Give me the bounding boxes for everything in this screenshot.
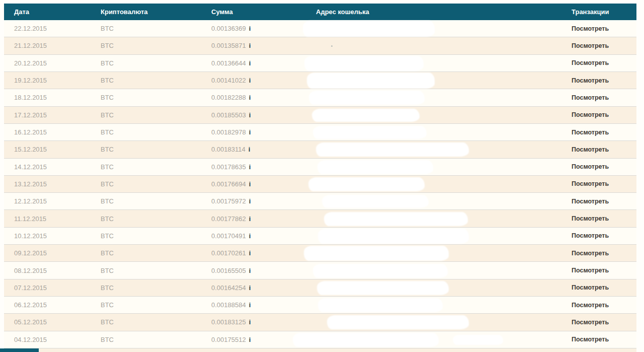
redacted-address-blob — [303, 21, 435, 37]
redacted-address-blob — [309, 91, 425, 105]
redacted-address-blob — [318, 298, 443, 312]
date-cell: 15.12.2015 — [4, 141, 91, 158]
amount-cell: 0.00165505i — [201, 262, 306, 278]
date-cell: 17.12.2015 — [4, 107, 91, 123]
view-transactions-link[interactable]: Посмотреть — [572, 284, 609, 291]
amount-cell: 0.00176694i — [201, 176, 306, 192]
view-transactions-link[interactable]: Посмотреть — [572, 250, 609, 257]
info-icon[interactable]: i — [249, 163, 251, 171]
view-transactions-link[interactable]: Посмотреть — [572, 129, 609, 136]
info-icon[interactable]: i — [249, 267, 251, 274]
info-icon[interactable]: i — [249, 318, 251, 326]
info-icon[interactable]: i — [249, 25, 251, 32]
amount-cell: 0.00182288i — [201, 89, 306, 106]
info-icon[interactable]: i — [249, 232, 251, 240]
date-cell: 20.12.2015 — [4, 55, 91, 72]
info-icon[interactable]: i — [249, 59, 251, 67]
view-transactions-link[interactable]: Посмотреть — [572, 267, 609, 274]
transactions-cell: Посмотреть — [561, 20, 636, 37]
amount-cell: 0.00136644i — [201, 55, 306, 72]
info-icon[interactable]: i — [249, 111, 251, 119]
table-row: 05.12.2015 BTC 0.00183125i Посмотреть — [4, 314, 636, 331]
view-transactions-link[interactable]: Посмотреть — [572, 198, 609, 205]
currency-cell: BTC — [91, 297, 201, 313]
wallet-address-cell — [306, 72, 561, 89]
table-row: 16.12.2015 BTC 0.00182978i Посмотреть — [4, 124, 636, 141]
table-row: 19.12.2015 BTC 0.00141022i Посмотреть — [4, 72, 636, 89]
wallet-address-cell — [306, 297, 561, 313]
info-icon[interactable]: i — [249, 284, 251, 292]
info-icon[interactable]: i — [249, 146, 251, 153]
currency-cell: BTC — [91, 124, 201, 140]
redacted-address-blob — [313, 126, 427, 139]
info-icon[interactable]: i — [249, 197, 251, 205]
table-row: 22.12.2015 BTC 0.00136369i Посмотреть — [4, 20, 636, 37]
info-icon[interactable]: i — [249, 42, 251, 49]
table-body: 22.12.2015 BTC 0.00136369i Посмотреть 21… — [4, 20, 636, 348]
info-icon[interactable]: i — [249, 128, 251, 136]
redacted-address-blob — [307, 73, 435, 89]
header-wallet-address: Адрес кошелька — [306, 8, 561, 16]
transactions-cell: Посмотреть — [561, 72, 636, 89]
next-table-header-fragment — [0, 348, 39, 352]
info-icon[interactable]: i — [249, 336, 251, 343]
transactions-cell: Посмотреть — [561, 210, 636, 227]
view-transactions-link[interactable]: Посмотреть — [572, 146, 609, 153]
amount-cell: 0.00177862i — [201, 210, 306, 227]
redacted-address-blob — [313, 264, 448, 278]
currency-cell: BTC — [91, 262, 201, 278]
info-icon[interactable]: i — [249, 301, 251, 309]
currency-cell: BTC — [91, 331, 201, 348]
info-icon[interactable]: i — [249, 94, 251, 101]
info-icon[interactable]: i — [249, 215, 251, 223]
view-transactions-link[interactable]: Посмотреть — [572, 232, 609, 239]
currency-cell: BTC — [91, 89, 201, 106]
currency-cell: BTC — [91, 72, 201, 89]
view-transactions-link[interactable]: Посмотреть — [572, 302, 609, 309]
view-transactions-link[interactable]: Посмотреть — [572, 42, 609, 49]
transactions-cell: Посмотреть — [561, 193, 636, 209]
view-transactions-link[interactable]: Посмотреть — [572, 319, 609, 326]
redacted-address-blob — [293, 333, 439, 347]
wallet-address-cell — [306, 176, 561, 192]
header-cryptocurrency: Криптовалюта — [91, 8, 201, 16]
transactions-cell: Посмотреть — [561, 141, 636, 158]
wallet-address-cell — [306, 262, 561, 278]
view-transactions-link[interactable]: Посмотреть — [572, 77, 609, 84]
amount-cell: 0.00185503i — [201, 107, 306, 123]
transactions-cell: Посмотреть — [561, 228, 636, 244]
wallet-address-cell — [306, 159, 561, 175]
currency-cell: BTC — [91, 245, 201, 261]
date-cell: 18.12.2015 — [4, 89, 91, 106]
view-transactions-link[interactable]: Посмотреть — [572, 111, 609, 118]
date-cell: 08.12.2015 — [4, 262, 91, 278]
info-icon[interactable]: i — [249, 77, 251, 84]
amount-cell: 0.00182978i — [201, 124, 306, 140]
currency-cell: BTC — [91, 314, 201, 330]
info-icon[interactable]: i — [249, 180, 251, 188]
view-transactions-link[interactable]: Посмотреть — [572, 336, 609, 343]
table-row: 06.12.2015 BTC 0.00188584i Посмотреть — [4, 297, 636, 314]
amount-cell: 0.00183114i — [201, 141, 306, 158]
view-transactions-link[interactable]: Посмотреть — [572, 59, 609, 66]
date-cell: 05.12.2015 — [4, 314, 91, 330]
view-transactions-link[interactable]: Посмотреть — [572, 163, 609, 170]
transactions-cell: Посмотреть — [561, 55, 636, 72]
wallet-address-cell — [306, 331, 561, 348]
table-row: 17.12.2015 BTC 0.00185503i Посмотреть — [4, 107, 636, 124]
date-cell: 11.12.2015 — [4, 210, 91, 227]
table-row: 20.12.2015 BTC 0.00136644i Посмотреть — [4, 55, 636, 72]
currency-cell: BTC — [91, 193, 201, 209]
date-cell: 19.12.2015 — [4, 72, 91, 89]
view-transactions-link[interactable]: Посмотреть — [572, 25, 609, 32]
view-transactions-link[interactable]: Посмотреть — [572, 215, 609, 222]
view-transactions-link[interactable]: Посмотреть — [572, 180, 609, 187]
redacted-address-blob — [304, 56, 424, 71]
view-transactions-link[interactable]: Посмотреть — [572, 94, 609, 101]
date-cell: 10.12.2015 — [4, 228, 91, 244]
transactions-cell: Посмотреть — [561, 314, 636, 330]
amount-cell: 0.00183125i — [201, 314, 306, 330]
wallet-address-cell — [306, 107, 561, 123]
info-icon[interactable]: i — [249, 249, 251, 257]
transactions-cell: Посмотреть — [561, 331, 636, 348]
